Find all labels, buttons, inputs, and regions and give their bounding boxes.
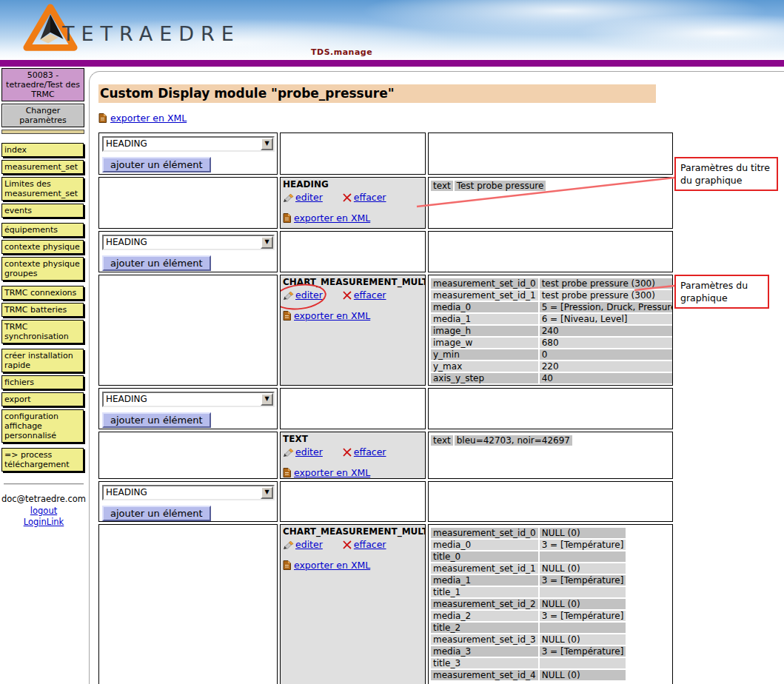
module-row-5: HEADING▼ajouter un élément [98,388,784,429]
x-icon [342,192,352,203]
empty-cell [280,133,426,175]
pencil-icon [283,539,294,550]
element-card: CHART_MEASUREMENT_MULTIeditereffacerexpo… [280,275,426,386]
sidebar-item-trmc-batteries[interactable]: TRMC batteries [1,303,84,317]
add-element-button[interactable]: ajouter un élément [102,255,211,271]
element-actions: editereffacer [283,192,423,203]
export-xml-link[interactable]: exporter en XML [294,310,370,321]
delete-action: effacer [342,289,386,301]
add-element-button[interactable]: ajouter un élément [102,506,211,521]
kv-value: test probe pressure (300) [540,278,673,289]
selector-cell: HEADING▼ajouter un élément [98,388,278,429]
sidebar-item-contexte-physique-groupes[interactable]: contexte physique groupes [1,257,84,281]
empty-cell [98,275,278,386]
sidebar-item-export[interactable]: export [1,392,84,406]
element-type-label: HEADING [283,179,423,190]
kv-value: 240 [540,326,673,336]
change-params-button[interactable]: Changer paramètres [1,104,84,127]
x-icon [342,290,352,301]
sidebar-item-events[interactable]: events [1,204,84,218]
module-row-8: CHART_MEASUREMENT_MULTIeditereffacerexpo… [98,524,784,684]
kv-value: 220 [540,361,673,372]
chevron-down-icon[interactable]: ▼ [261,236,273,249]
edit-link[interactable]: editer [295,192,323,203]
export-action: exporter en XML [283,310,423,321]
edit-link[interactable]: editer [295,289,323,301]
kv-key: measurement_set_id_1 [431,290,538,301]
kv-row: measurement_set_id_1NULL (0) [431,563,626,574]
export-xml-link[interactable]: exporter en XML [294,467,370,478]
delete-action: effacer [342,192,386,203]
delete-link[interactable]: effacer [354,192,386,203]
export-xml-link[interactable]: exporter en XML [294,212,370,224]
menu-group: équipementscontexte physiquecontexte phy… [0,223,87,281]
select-value: HEADING [104,138,273,150]
edit-link[interactable]: editer [295,446,323,457]
kv-cell: measurement_set_id_0NULL (0)media_03 = [… [428,524,673,684]
kv-value [540,551,626,562]
export-xml-link[interactable]: exporter en XML [110,113,187,124]
sidebar-item-creer-installation-rapide[interactable]: créer installation rapide [1,349,84,372]
kv-row: image_h240 [431,326,673,336]
xml-doc-icon [283,311,291,321]
sidebar-item-trmc-connexions[interactable]: TRMC connexions [1,286,84,300]
empty-cell [98,432,278,479]
kv-value: NULL (0) [540,563,626,574]
delete-link[interactable]: effacer [354,539,386,550]
module-rows: HEADING▼ajouter un élémentHEADINGeditere… [98,133,784,684]
export-xml-link[interactable]: exporter en XML [294,560,370,571]
chevron-down-icon[interactable]: ▼ [261,486,273,499]
edit-action: editer [283,289,323,301]
x-icon [342,447,352,457]
logout-link[interactable]: logout [0,506,87,517]
pencil-icon [283,446,294,457]
kv-row: measurement_set_id_4NULL (0) [431,670,626,680]
edit-link[interactable]: editer [295,539,323,550]
chevron-down-icon[interactable]: ▼ [261,138,273,150]
sidebar-item-measurement-set[interactable]: measurement_set [1,160,84,174]
empty-cell [428,481,673,522]
kv-row: measurement_set_id_0NULL (0) [431,528,626,538]
add-element-button[interactable]: ajouter un élément [102,157,211,172]
chevron-down-icon[interactable]: ▼ [261,393,273,406]
edit-action: editer [283,539,323,550]
kv-row: axis_y_step40 [431,373,673,383]
kv-key: text [431,435,453,446]
kv-row: title_2 [431,623,626,633]
sidebar-item-fichiers[interactable]: fichiers [1,375,84,389]
kv-key: image_h [431,326,538,336]
delete-link[interactable]: effacer [354,289,386,301]
sidebar-item-contexte-physique[interactable]: contexte physique [1,240,84,254]
element-type-select[interactable]: HEADING▼ [102,392,275,407]
kv-value: 3 = [Température] [540,646,626,657]
select-value: HEADING [104,486,273,499]
kv-row: measurement_set_id_1test probe pressure … [431,290,673,301]
kv-value: 3 = [Température] [540,575,626,586]
element-actions: editereffacer [283,446,423,457]
sidebar-item-index[interactable]: index [1,143,84,157]
sidebar-item-trmc-synchronisation[interactable]: TRMC synchronisation [1,320,84,343]
empty-cell [428,133,673,175]
xml-doc-icon [283,213,291,223]
add-element-button[interactable]: ajouter un élément [102,412,211,428]
sidebar-item-limites-des-measurement-set[interactable]: Limites des measurement_set [1,177,84,201]
sidebar-item-equipements[interactable]: équipements [1,223,84,237]
sidebar-menu: indexmeasurement_setLimites des measurem… [0,143,87,472]
loginlink-link[interactable]: LoginLink [0,517,87,528]
element-type-select[interactable]: HEADING▼ [102,136,275,152]
sidebar-item-configuration-affichage-personnalise[interactable]: configuration affichage personnalisé [1,409,84,443]
kv-row: textTest probe pressure [431,181,546,191]
kv-key: text [431,181,453,191]
kv-value: Test probe pressure [455,181,546,191]
sidebar-item-process-telechargement[interactable]: => process téléchargement [1,448,84,472]
kv-row: title_3 [431,658,626,668]
kv-value [540,658,626,668]
kv-row: media_16 = [Niveau, Level] [431,314,673,324]
kv-value: 40 [540,373,673,383]
element-type-select[interactable]: HEADING▼ [102,235,275,250]
kv-key: image_w [431,338,538,348]
user-email: doc@tetraedre.com [0,494,87,504]
element-type-select[interactable]: HEADING▼ [102,485,275,500]
delete-link[interactable]: effacer [354,446,386,457]
kv-table: measurement_set_id_0test probe pressure … [429,277,673,385]
